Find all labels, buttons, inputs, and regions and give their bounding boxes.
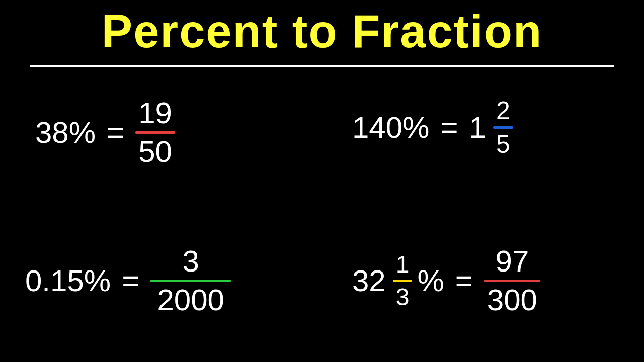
equals-sign: =: [107, 115, 124, 150]
eq4-fraction-bar: [484, 280, 540, 282]
eq4-left-denominator: 3: [393, 285, 413, 309]
eq2-whole: 1: [469, 110, 486, 145]
equation-4: 32 1 3 % = 97 300: [352, 246, 540, 315]
eq3-fraction-bar: [150, 280, 231, 282]
eq4-percent-sign: %: [417, 263, 444, 298]
eq4-numerator: 97: [493, 246, 532, 277]
eq2-mixed-number: 1 2 5: [469, 98, 513, 157]
eq4-denominator: 300: [484, 285, 540, 315]
eq4-left-fraction-bar: [393, 280, 413, 282]
eq4-left-numerator: 1: [393, 252, 413, 277]
eq3-numerator: 3: [180, 246, 202, 277]
page-title: Percent to Fraction: [0, 5, 644, 58]
eq2-fraction: 2 5: [493, 98, 513, 157]
eq2-left: 140%: [352, 110, 429, 145]
equals-sign: =: [122, 263, 139, 298]
equation-3: 0.15% = 3 2000: [25, 246, 231, 315]
eq2-numerator: 2: [493, 98, 513, 123]
eq1-fraction: 19 50: [135, 98, 175, 167]
eq4-left-whole: 32: [352, 263, 386, 298]
eq2-denominator: 5: [493, 132, 513, 157]
eq3-denominator: 2000: [154, 285, 227, 315]
eq4-fraction: 97 300: [484, 246, 540, 315]
eq2-fraction-bar: [493, 126, 513, 129]
eq1-left: 38%: [35, 115, 96, 150]
equals-sign: =: [440, 110, 458, 145]
eq1-numerator: 19: [135, 98, 175, 128]
equation-2: 140% = 1 2 5: [352, 98, 513, 157]
equation-1: 38% = 19 50: [35, 98, 175, 167]
title-underline: [30, 65, 614, 67]
eq1-denominator: 50: [135, 137, 175, 167]
equals-sign: =: [455, 263, 473, 298]
eq4-left-fraction: 1 3: [393, 252, 413, 309]
eq4-left-mixed: 32 1 3 %: [352, 252, 444, 309]
eq3-left: 0.15%: [25, 263, 111, 298]
eq1-fraction-bar: [135, 131, 175, 134]
eq3-fraction: 3 2000: [150, 246, 231, 315]
